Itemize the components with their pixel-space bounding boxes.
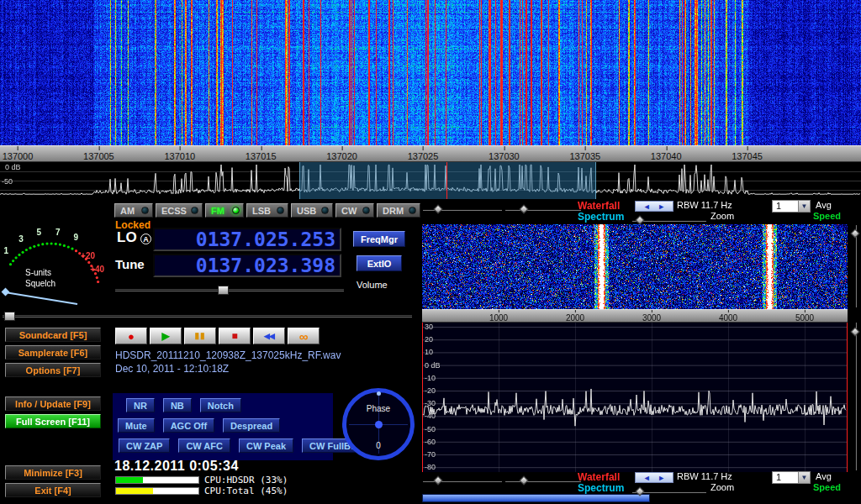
squelch-slider-thumb[interactable] (4, 312, 15, 321)
brightness-slider-top[interactable] (423, 206, 502, 213)
contrast-slider-top-track[interactable] (505, 209, 581, 211)
zoom-slider-bottom[interactable] (632, 488, 706, 496)
contrast-slider-top-thumb[interactable] (519, 204, 528, 213)
brightness-slider-top-thumb[interactable] (433, 204, 442, 213)
spectrum-range-slider-track[interactable] (855, 323, 857, 470)
dsp-mute-button[interactable]: Mute (118, 418, 155, 433)
options-f7-button[interactable]: Options [F7] (5, 363, 101, 377)
brightness-slider-bottom[interactable] (423, 477, 502, 485)
frequency-scale[interactable]: 1370001370051370101370151370201370251370… (0, 145, 861, 162)
cpu-bar (115, 476, 199, 484)
zoom-slider-bottom-thumb[interactable] (635, 486, 644, 496)
spectrum-range-slider[interactable] (852, 323, 859, 470)
freq-label-137030: 137030 (489, 151, 520, 161)
dsp-despread-button[interactable]: Despread (223, 418, 280, 433)
spectrum-mode-top[interactable]: Spectrum (578, 211, 624, 223)
loop-button[interactable]: ∞ (288, 328, 320, 344)
phase-indicator: Phase 0 (342, 388, 415, 460)
cpu-label: CPU:HDSDR (33%) (204, 475, 288, 486)
zoom-slider-top[interactable] (632, 217, 706, 224)
audio-frequency-scale[interactable]: 10002000300040005000 (422, 309, 848, 323)
mode-button-cw[interactable]: CW (335, 203, 374, 218)
main-waterfall-display[interactable] (0, 0, 861, 145)
tune-frequency-display[interactable]: 0137.023.398 (153, 254, 341, 277)
volume-slider-thumb[interactable] (218, 286, 229, 295)
full-screen-f11-button[interactable]: Full Screen [F11] (5, 414, 101, 428)
dropdown-arrow-icon[interactable]: ▼ (798, 201, 810, 212)
avg-dropdown-top[interactable]: 1▼ (772, 200, 811, 213)
phase-top-marker (377, 391, 381, 396)
db-label-40: -40 (425, 412, 436, 420)
dsp-nb-button[interactable]: NB (163, 398, 192, 412)
control-panel: 13579+20+40S-unitsSquelch Soundcard [F5]… (0, 199, 861, 504)
mode-button-am[interactable]: AM (114, 203, 153, 218)
waterfall-contrast-slider-thumb[interactable] (850, 228, 859, 238)
zoom-spectrum-display[interactable]: 3020100 dB-10-20-30-40-50-60-70-80 (422, 323, 848, 472)
contrast-slider-bottom-track[interactable] (505, 480, 581, 482)
lo-frequency-display[interactable]: 0137.025.253 (153, 228, 341, 251)
contrast-slider-bottom[interactable] (505, 477, 581, 485)
freqmgr-button[interactable]: FreqMgr (353, 231, 405, 247)
mode-button-fm[interactable]: FM (205, 203, 244, 218)
volume-slider[interactable] (115, 289, 344, 291)
dsp-notch-button[interactable]: Notch (200, 398, 241, 412)
shift-left-icon[interactable]: ◄ (643, 202, 651, 211)
minimize-f3-button[interactable]: Minimize [F3] (5, 465, 101, 480)
dsp-cw-afc-button[interactable]: CW AFC (178, 438, 230, 453)
avg-dropdown-bottom[interactable]: 1▼ (772, 471, 811, 484)
db-label-70: -70 (425, 450, 436, 459)
waterfall-mode-bottom[interactable]: Waterfall (578, 471, 620, 483)
zoom-band-overlay[interactable] (299, 162, 596, 199)
dsp-cw-zap-button[interactable]: CW ZAP (119, 438, 170, 453)
mode-button-drm[interactable]: DRM (377, 203, 420, 218)
samplerate-f6-button[interactable]: Samplerate [F6] (5, 345, 101, 360)
contrast-slider-top[interactable] (505, 206, 581, 213)
brightness-slider-bottom-thumb[interactable] (433, 475, 442, 485)
mode-button-lsb[interactable]: LSB (246, 203, 288, 218)
mode-led-usb (321, 207, 329, 214)
s-meter-scale-dot (59, 244, 61, 246)
spectrum-mode-bottom[interactable]: Spectrum (578, 482, 624, 494)
info-update-f9-button[interactable]: Info / Update [F9] (5, 396, 101, 411)
mode-button-ecss[interactable]: ECSS (156, 203, 203, 218)
record-button[interactable]: ● (115, 328, 147, 344)
mode-button-usb[interactable]: USB (291, 203, 333, 218)
mode-button-label: LSB (252, 206, 271, 216)
db-label-30: -30 (425, 399, 436, 407)
history-scrollbar[interactable] (422, 494, 650, 502)
soundcard-f5-button[interactable]: Soundcard [F5] (5, 328, 101, 342)
dropdown-arrow-icon[interactable]: ▼ (798, 472, 810, 483)
exit-f4-button[interactable]: Exit [F4] (5, 483, 101, 497)
shift-left-icon[interactable]: ◄ (643, 474, 651, 482)
s-meter-scale-dot (75, 249, 77, 252)
s-meter-scale-dot (25, 249, 28, 251)
db-label-80: -80 (425, 463, 436, 471)
s-meter-scale-dot (9, 263, 12, 265)
mode-led-lsb (277, 207, 284, 214)
shift-right-icon[interactable]: ► (658, 474, 665, 482)
db-label-10: -10 (425, 374, 436, 382)
contrast-slider-bottom-thumb[interactable] (519, 475, 528, 485)
rewind-button[interactable]: ◀◀ (253, 328, 285, 344)
zoom-waterfall-display[interactable] (422, 224, 848, 309)
extio-button[interactable]: ExtIO (357, 255, 402, 271)
db-label-0-db: 0 dB (425, 361, 441, 370)
dsp-cw-peak-button[interactable]: CW Peak (239, 438, 293, 453)
stop-button[interactable]: ■ (219, 328, 251, 344)
db-label-10: 10 (425, 348, 433, 356)
waterfall-contrast-slider[interactable] (852, 225, 859, 307)
squelch-slider[interactable] (3, 315, 412, 318)
play-button[interactable]: ▶ (150, 328, 182, 344)
zoom-slider-top-thumb[interactable] (635, 215, 644, 224)
dsp-agc-off-button[interactable]: AGC Off (163, 418, 214, 433)
spectrum-range-slider-thumb[interactable] (850, 327, 859, 336)
dsp-nr-button[interactable]: NR (126, 398, 155, 412)
lo-label: LO (117, 229, 137, 246)
waterfall-mode-top[interactable]: Waterfall (578, 200, 620, 212)
pause-button[interactable]: ▮▮ (184, 328, 216, 344)
lo-lock-badge[interactable]: A (140, 234, 151, 244)
s-meter-scale-dot (18, 254, 20, 256)
shift-right-icon[interactable]: ► (658, 202, 665, 211)
main-spectrum-display[interactable]: 0 dB -50 (0, 162, 861, 199)
freq-label-137010: 137010 (164, 151, 195, 161)
